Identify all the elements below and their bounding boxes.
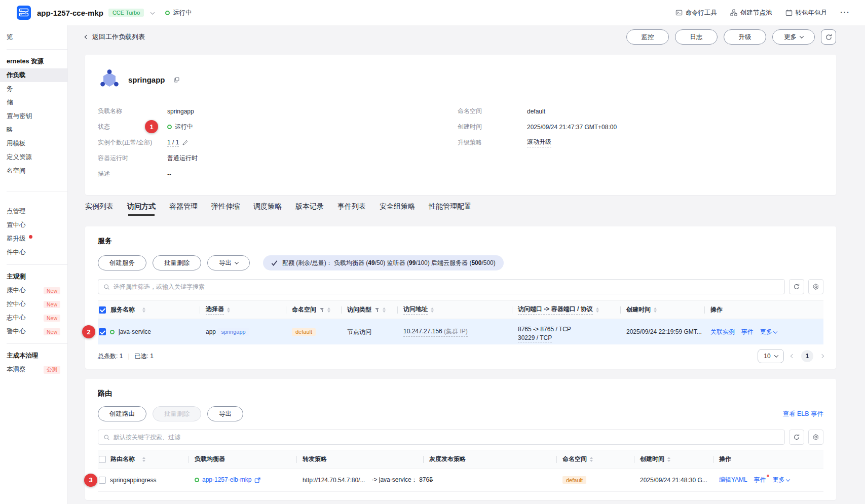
load-balancer-link[interactable]: app-1257-elb-mkp (202, 476, 251, 484)
sort-icon[interactable] (654, 307, 657, 313)
tab-event-list[interactable]: 事件列表 (337, 202, 366, 216)
workload-fields-right: 命名空间default 创建时间2025/09/24 21:47:37 GMT+… (458, 103, 617, 182)
tab-instance-list[interactable]: 实例列表 (85, 202, 114, 216)
sidebar-item-workloads[interactable]: 作负载 (0, 68, 67, 82)
row-checkbox[interactable] (99, 477, 106, 484)
route-search-box[interactable] (98, 430, 785, 445)
current-page[interactable]: 1 (801, 350, 813, 362)
sidebar-item-addon-center[interactable]: 件中心 (0, 246, 67, 259)
edit-yaml-link[interactable]: 编辑YAML (719, 476, 747, 484)
export-button[interactable]: 导出 (207, 255, 250, 270)
header-more-button[interactable]: ··· (840, 8, 850, 17)
select-all-checkbox[interactable] (99, 306, 106, 314)
status-running-icon (195, 478, 199, 482)
export-button[interactable]: 导出 (207, 406, 243, 421)
sidebar-item-overview[interactable]: 览 (0, 30, 67, 44)
sidebar-item-config-center[interactable]: 置中心 (0, 218, 67, 232)
sidebar-item-policies[interactable]: 略 (0, 123, 67, 137)
select-all-checkbox[interactable] (99, 456, 106, 463)
workload-tabs: 实例列表 访问方式 容器管理 弹性伸缩 调度策略 版本记录 事件列表 安全组策略… (85, 199, 836, 218)
create-nodepool-button[interactable]: 创建节点池 (730, 9, 772, 17)
service-settings-button[interactable] (808, 279, 823, 294)
annotation-circle-1: 1 (145, 120, 158, 133)
tab-container-management[interactable]: 容器管理 (169, 202, 198, 216)
associate-instance-link[interactable]: 关联实例 (710, 328, 735, 336)
port-mapping-line2: 30229 / TCP (518, 334, 620, 342)
page-size-select[interactable]: 10 (758, 349, 784, 363)
monitor-button[interactable]: 监控 (626, 29, 669, 45)
back-to-workload-list-link[interactable]: 返回工作负载列表 (85, 32, 145, 42)
sort-icon[interactable] (596, 307, 599, 313)
field-label: 描述 (98, 170, 167, 178)
service-table-row[interactable]: 2 java-service app springapp default 节点访… (98, 319, 823, 344)
new-badge: New (44, 328, 60, 335)
service-refresh-button[interactable] (789, 279, 804, 294)
service-search-input[interactable] (114, 283, 779, 290)
sidebar-item-custom-resources[interactable]: 定义资源 (0, 150, 67, 164)
total-count: 1 (120, 353, 123, 360)
view-elb-events-link[interactable]: 查看 ELB 事件 (782, 410, 823, 418)
namespace-tag: default (562, 476, 586, 484)
logs-button[interactable]: 日志 (675, 29, 718, 45)
cce-logo-icon[interactable] (17, 6, 31, 20)
events-link[interactable]: 事件 (741, 328, 754, 336)
copy-icon[interactable] (173, 76, 180, 83)
workload-name: springapp (128, 75, 165, 84)
create-route-button[interactable]: 创建路由 (98, 406, 146, 421)
sidebar-item-cluster-upgrade[interactable]: 群升级 (0, 232, 67, 246)
tab-version-history[interactable]: 版本记录 (295, 202, 324, 216)
tab-performance-config[interactable]: 性能管理配置 (429, 202, 471, 216)
sidebar-item-services[interactable]: 务 (0, 82, 67, 96)
cluster-switch-chevron-icon[interactable] (151, 9, 154, 16)
instance-count-value: 1 / 1 (167, 139, 179, 147)
edit-pencil-icon[interactable] (182, 139, 189, 146)
sort-icon[interactable] (142, 307, 145, 313)
cli-tools-button[interactable]: 命令行工具 (675, 9, 718, 17)
next-page-button[interactable] (820, 355, 823, 358)
sidebar-item-cost-insights[interactable]: 本洞察公测 (0, 363, 67, 376)
more-link[interactable]: 更多 (773, 476, 789, 484)
sort-icon[interactable] (227, 307, 230, 313)
route-settings-button[interactable] (808, 430, 823, 445)
batch-delete-button[interactable]: 批量删除 (153, 255, 201, 270)
sidebar-item-namespaces[interactable]: 名空间 (0, 164, 67, 178)
external-link-icon[interactable] (254, 477, 260, 483)
sidebar-item-alarm-center[interactable]: 警中心New (0, 325, 67, 338)
tab-auto-scaling[interactable]: 弹性伸缩 (211, 202, 240, 216)
more-link[interactable]: 更多 (760, 328, 777, 336)
sort-icon[interactable] (431, 307, 434, 313)
sort-icon[interactable] (383, 307, 386, 313)
sidebar-item-monitoring-center[interactable]: 控中心New (0, 297, 67, 311)
sidebar-item-health-center[interactable]: 康中心New (0, 284, 67, 297)
tab-scheduling-policy[interactable]: 调度策略 (253, 202, 282, 216)
sort-icon[interactable] (667, 457, 670, 462)
refresh-button[interactable] (821, 29, 836, 45)
sidebar-item-app-templates[interactable]: 用模板 (0, 137, 67, 150)
route-refresh-button[interactable] (789, 430, 804, 445)
filter-icon[interactable] (320, 307, 324, 313)
sidebar-item-configmaps-secrets[interactable]: 置与密钥 (0, 109, 67, 123)
sort-icon[interactable] (142, 457, 145, 462)
upgrade-policy-value: 滚动升级 (527, 138, 551, 147)
nodepool-icon (730, 9, 737, 16)
tab-access-mode[interactable]: 访问方式 (127, 202, 156, 216)
route-table-row[interactable]: 3 springappingress app-1257-elb-mkp http… (98, 469, 823, 492)
more-actions-button[interactable]: 更多 (772, 29, 815, 45)
filter-icon[interactable] (375, 307, 380, 313)
sidebar-item-storage[interactable]: 储 (0, 96, 67, 109)
sort-icon[interactable] (327, 307, 330, 313)
sidebar-item-node-management[interactable]: 点管理 (0, 205, 67, 218)
sort-icon[interactable] (590, 457, 593, 462)
service-search-box[interactable] (98, 279, 785, 294)
sidebar-item-logging-center[interactable]: 志中心New (0, 311, 67, 325)
route-search-input[interactable] (114, 434, 779, 441)
field-label: 负载名称 (98, 107, 167, 115)
billing-mode-button[interactable]: 转包年包月 (785, 9, 828, 17)
prev-page-button[interactable] (791, 355, 794, 358)
cluster-title: app-1257-cce-mkp (37, 9, 103, 17)
row-checkbox[interactable] (99, 328, 106, 335)
events-link[interactable]: 事件 (754, 476, 766, 484)
tab-security-group-policy[interactable]: 安全组策略 (380, 202, 415, 216)
create-service-button[interactable]: 创建服务 (98, 255, 146, 270)
upgrade-button[interactable]: 升级 (724, 29, 766, 45)
